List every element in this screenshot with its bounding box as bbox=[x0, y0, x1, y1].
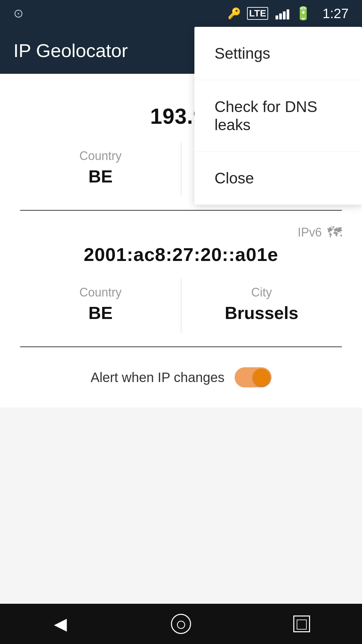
ipv6-city-value: Brussels bbox=[181, 303, 342, 323]
menu-item-settings[interactable]: Settings bbox=[194, 27, 362, 80]
battery-icon: 🔋 bbox=[295, 6, 311, 21]
ipv6-city-label: City bbox=[181, 285, 342, 300]
alert-row: Alert when IP changes bbox=[0, 347, 362, 408]
back-icon: ◀ bbox=[54, 614, 67, 634]
app-title: IP Geolocator bbox=[13, 40, 128, 61]
home-icon: ○ bbox=[171, 614, 191, 634]
close-label: Close bbox=[215, 169, 254, 187]
ipv6-label: IPv6 🗺 bbox=[20, 224, 342, 241]
bottom-nav-bar: ◀ ○ □ bbox=[0, 604, 362, 644]
ipv6-label-text: IPv6 bbox=[298, 225, 322, 239]
ipv6-country-item: Country BE bbox=[20, 279, 181, 333]
recents-icon: □ bbox=[293, 615, 310, 632]
menu-item-close[interactable]: Close bbox=[194, 152, 362, 205]
ipv6-location-row: Country BE City Brussels bbox=[20, 279, 342, 333]
back-button[interactable]: ◀ bbox=[44, 607, 77, 641]
alert-toggle[interactable] bbox=[235, 367, 272, 387]
ipv6-city-item: City Brussels bbox=[181, 279, 342, 333]
status-icons: 🔑 LTE 🔋 1:27 bbox=[228, 6, 349, 21]
ipv6-section: IPv6 🗺 2001:ac8:27:20::a01e Country BE C… bbox=[0, 211, 362, 346]
circle-icon: ⊙ bbox=[13, 6, 23, 20]
lte-badge: LTE bbox=[247, 7, 268, 20]
recents-button[interactable]: □ bbox=[285, 607, 318, 641]
ipv4-country-label: Country bbox=[20, 149, 181, 163]
home-button[interactable]: ○ bbox=[164, 607, 198, 641]
vpn-key-icon: 🔑 bbox=[228, 7, 241, 20]
settings-label: Settings bbox=[215, 45, 270, 62]
toggle-track bbox=[235, 367, 272, 387]
status-bar-left: ⊙ bbox=[13, 6, 23, 20]
ipv4-country-item: Country BE bbox=[20, 142, 181, 197]
signal-bars-icon bbox=[276, 7, 289, 19]
dns-leaks-label: Check for DNS leaks bbox=[215, 98, 317, 133]
ipv6-country-label: Country bbox=[20, 285, 181, 300]
toggle-thumb bbox=[253, 369, 270, 386]
alert-label: Alert when IP changes bbox=[90, 370, 225, 385]
ipv4-country-value: BE bbox=[20, 166, 181, 186]
menu-item-dns-leaks[interactable]: Check for DNS leaks bbox=[194, 80, 362, 152]
status-time: 1:27 bbox=[322, 6, 349, 21]
dropdown-menu: Settings Check for DNS leaks Close bbox=[194, 27, 362, 205]
ipv6-address: 2001:ac8:27:20::a01e bbox=[20, 244, 342, 265]
status-bar: ⊙ 🔑 LTE 🔋 1:27 bbox=[0, 0, 362, 27]
ipv6-country-value: BE bbox=[20, 303, 181, 323]
map-icon: 🗺 bbox=[327, 224, 342, 241]
